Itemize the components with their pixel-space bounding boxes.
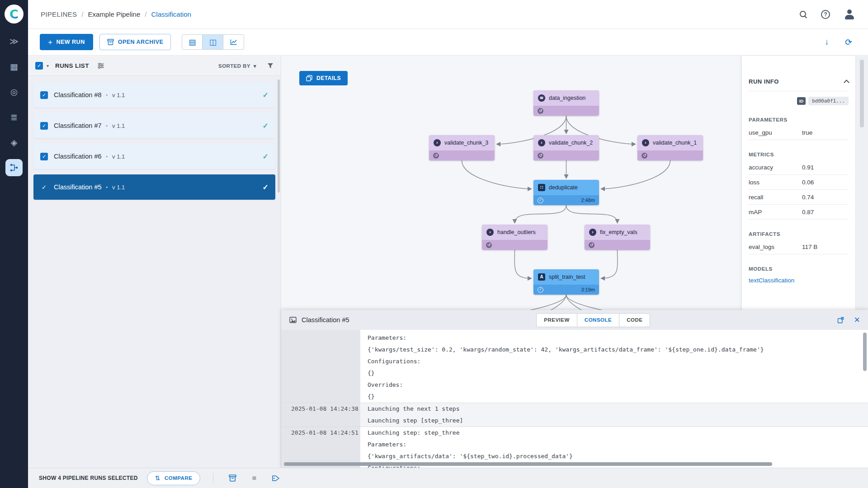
close-console-button[interactable]: ×	[854, 315, 860, 325]
abort-button[interactable]: ■	[252, 474, 256, 482]
breadcrumb-separator: /	[145, 10, 146, 18]
sidebar-item-reports[interactable]: ◈	[5, 134, 23, 151]
help-icon[interactable]: ?	[821, 10, 830, 19]
split-view-button[interactable]: ◫	[203, 34, 223, 50]
runs-items-container: ✓Classification #8•v 1.1✓✓Classification…	[28, 76, 281, 200]
model-link[interactable]: textClassification	[749, 277, 849, 284]
console-header-icon	[289, 316, 297, 324]
info-value: 0.91	[802, 164, 849, 171]
pipeline-node-data_ingestion[interactable]: ≋data_ingestion↺	[533, 90, 599, 116]
details-icon	[306, 75, 312, 81]
pipeline-node-validate_chunk_3[interactable]: ›validate_chunk_3↺	[429, 135, 495, 160]
section-title: MODELS	[749, 266, 849, 272]
run-id-value[interactable]: bd00a0f1...	[808, 97, 849, 105]
tag-button[interactable]	[272, 475, 280, 482]
info-value: 117 B	[802, 244, 849, 250]
console-line: Launching step [step_three]	[368, 415, 868, 427]
compare-button[interactable]: ⇅ COMPARE	[147, 471, 201, 485]
breadcrumb-current[interactable]: Classification	[151, 10, 191, 18]
run-checkbox[interactable]: ✓	[40, 153, 48, 160]
search-icon[interactable]	[799, 10, 807, 19]
run-list-item[interactable]: ✓Classification #5•v 1.1✓	[33, 174, 275, 200]
run-title: Classification #8	[54, 91, 102, 99]
info-row: use_gputrue	[749, 125, 849, 140]
run-checkbox[interactable]: ✓	[40, 91, 48, 99]
breadcrumb: PIPELINES / Example Pipeline / Classific…	[41, 10, 191, 18]
console-line: Parameters:	[368, 439, 868, 450]
pipeline-node-deduplicate[interactable]: ∷deduplicate✓2:48m	[533, 180, 599, 205]
run-list-item[interactable]: ✓Classification #8•v 1.1✓	[33, 82, 275, 108]
chart-view-button[interactable]	[223, 34, 244, 50]
main-scrollbar-thumb[interactable]	[860, 60, 864, 127]
cached-icon: ↺	[486, 242, 492, 248]
table-view-button[interactable]: ▤	[182, 34, 203, 50]
run-list-item[interactable]: ✓Classification #7•v 1.1✓	[33, 113, 275, 138]
info-row: accuracy0.91	[749, 160, 849, 175]
details-button[interactable]: DETAILS	[299, 71, 348, 85]
console-entry-lines: Parameters:{'kwargs/test_size': 0.2, 'kw…	[360, 332, 868, 403]
user-avatar[interactable]	[844, 9, 855, 20]
cached-icon: ↺	[589, 242, 594, 248]
info-key: loss	[749, 179, 802, 186]
node-label: split_train_test	[549, 274, 585, 280]
expand-console-button[interactable]	[837, 317, 844, 324]
node-header: ≋data_ingestion	[533, 90, 599, 106]
node-label: handle_outliers	[497, 229, 536, 235]
runs-list-header: ✓ ▾ RUNS LIST SORTED BY ▾	[28, 56, 281, 76]
pipeline-node-handle_outliers[interactable]: ›handle_outliers↺	[482, 225, 547, 250]
node-header: Asplit_train_test	[533, 269, 599, 285]
console-tab-console[interactable]: CONSOLE	[577, 313, 619, 327]
console-tab-preview[interactable]: PREVIEW	[536, 313, 577, 327]
sidebar-item-datasets[interactable]: ≣	[5, 108, 23, 126]
run-status-check-icon: ✓	[263, 183, 269, 192]
console-tab-code[interactable]: CODE	[619, 313, 650, 327]
cached-icon: ↺	[642, 153, 647, 159]
compare-icon: ⇅	[155, 474, 160, 482]
history-icon: ⟳	[845, 37, 852, 47]
caret-down-icon: ▾	[254, 63, 256, 69]
console-tabs: PREVIEWCONSOLECODE	[536, 313, 650, 327]
info-key: use_gpu	[749, 129, 802, 136]
console-vertical-scrollbar[interactable]	[863, 333, 867, 371]
sidebar-item-projects[interactable]: ◎	[5, 83, 23, 100]
run-history-button[interactable]: ⟳	[841, 34, 856, 50]
archive-icon	[229, 474, 236, 482]
open-archive-button[interactable]: OPEN ARCHIVE	[99, 34, 171, 50]
console-horizontal-scrollbar[interactable]	[284, 462, 772, 466]
bullet-icon: •	[106, 123, 108, 128]
node-footer: ↺	[637, 150, 703, 160]
clearml-logo[interactable]: C	[5, 5, 24, 23]
sidebar-item-dashboard[interactable]: ▦	[5, 58, 23, 75]
info-key: eval_logs	[749, 244, 802, 250]
run-checkbox[interactable]: ✓	[40, 122, 48, 130]
select-all-checkbox[interactable]: ✓	[35, 62, 43, 70]
run-status-check-icon: ✓	[263, 122, 269, 130]
pipeline-node-fix_empty_vals[interactable]: ›fix_empty_vals↺	[585, 225, 650, 250]
filter-icon[interactable]	[267, 63, 274, 69]
pipeline-node-validate_chunk_1[interactable]: ›validate_chunk_1↺	[637, 135, 703, 160]
pipeline-node-split_train_test[interactable]: Asplit_train_test✓3:19m	[533, 269, 599, 295]
sidebar-nav: ≫▦◎≣◈	[5, 33, 23, 184]
run-checkbox[interactable]: ✓	[40, 183, 48, 191]
runs-list-title: RUNS LIST	[55, 62, 89, 69]
console-log: Parameters:{'kwargs/test_size': 0.2, 'kw…	[281, 330, 868, 468]
sort-dropdown[interactable]: SORTED BY ▾	[218, 63, 256, 69]
sidebar-item-launch[interactable]: ≫	[5, 33, 23, 50]
node-duration: 2:48m	[581, 197, 595, 203]
breadcrumb-pipelines[interactable]: PIPELINES	[41, 10, 77, 18]
run-list-item[interactable]: ✓Classification #6•v 1.1✓	[33, 144, 275, 169]
table-view-icon: ▤	[189, 38, 196, 47]
new-run-button[interactable]: + NEW RUN	[40, 34, 93, 50]
display-settings-icon[interactable]	[97, 63, 104, 69]
db-icon: ≋	[538, 94, 545, 102]
select-all-caret-icon[interactable]: ▾	[47, 63, 49, 68]
download-button[interactable]: ↓	[819, 34, 835, 50]
info-key: mAP	[749, 209, 802, 216]
breadcrumb-project[interactable]: Example Pipeline	[88, 10, 140, 18]
archive-button[interactable]	[229, 474, 236, 482]
runs-list-scrollbar[interactable]	[278, 80, 280, 192]
collapse-chevron-icon[interactable]	[844, 80, 849, 85]
sidebar-item-pipelines[interactable]	[5, 159, 23, 176]
section-title: METRICS	[749, 152, 849, 157]
pipeline-node-validate_chunk_2[interactable]: ›validate_chunk_2↺	[533, 135, 599, 160]
